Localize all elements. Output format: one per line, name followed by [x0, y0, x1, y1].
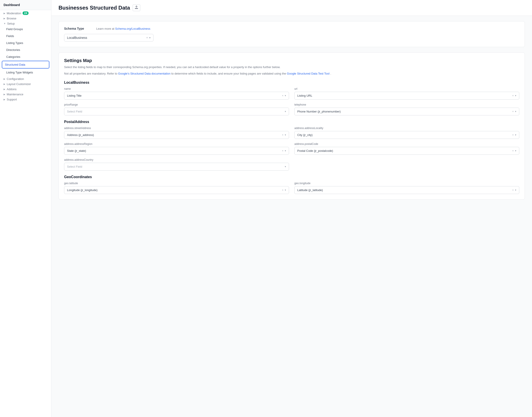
field-street-address-chevron: ▾	[285, 134, 286, 136]
page-header: Businesses Structured Data	[51, 0, 532, 16]
configuration-label: Configuration	[7, 77, 24, 81]
moderation-label: Moderation	[7, 12, 21, 15]
field-address-region: address.addressRegion State (jr_state) ×…	[64, 142, 289, 155]
field-street-address-clear[interactable]: ×	[282, 134, 283, 136]
geo-coordinates-fields: geo.latitude Longitude (jr_longitude) × …	[64, 182, 519, 194]
schema-type-card: Schema Type Learn more at Schema.org/Loc…	[59, 21, 525, 47]
field-name-chevron: ▾	[285, 94, 286, 97]
field-address-region-select[interactable]: State (jr_state) × ▾	[64, 147, 289, 155]
maintenance-label: Maintenance	[7, 93, 23, 96]
schema-type-clear[interactable]: ×	[146, 36, 148, 39]
field-name-label: name	[64, 87, 289, 90]
field-url-chevron: ▾	[515, 94, 516, 97]
field-street-address: address.streetAddress Address (jr_addres…	[64, 126, 289, 139]
field-url-label: url	[294, 87, 519, 90]
field-geo-latitude-select[interactable]: Longitude (jr_longitude) × ▾	[64, 186, 289, 194]
google-structured-data-link[interactable]: Google's Structured Data documentation	[118, 72, 170, 75]
field-url-clear[interactable]: ×	[512, 94, 514, 97]
sidebar-item-moderation[interactable]: Moderation 24	[0, 10, 51, 15]
moderation-badge: 24	[22, 11, 29, 15]
field-telephone-clear[interactable]: ×	[512, 110, 514, 113]
schema-type-row: Schema Type Learn more at Schema.org/Loc…	[64, 27, 519, 30]
field-geo-latitude: geo.latitude Longitude (jr_longitude) × …	[64, 182, 289, 194]
schema-org-link[interactable]: Schema.org/LocalBusiness	[115, 27, 150, 30]
field-telephone-chevron: ▾	[515, 110, 516, 113]
chevron-right-icon	[4, 12, 5, 14]
local-business-fields: name Listing Title × ▾ url Listing URL	[64, 87, 519, 115]
sidebar-item-maintenance[interactable]: Maintenance	[0, 91, 51, 96]
layout-customizer-label: Layout Customizer	[7, 82, 31, 86]
field-postal-code-label: address.postalCode	[294, 142, 519, 146]
field-address-country-chevron: ▾	[285, 165, 286, 168]
chevron-right-icon	[4, 83, 5, 85]
field-postal-code: address.postalCode Postal Code (jr_posta…	[294, 142, 519, 155]
sidebar-section-setup[interactable]: Setup	[0, 21, 51, 26]
field-telephone-select[interactable]: Phone Number (jr_phonenumber) × ▾	[294, 108, 519, 115]
field-price-range: priceRange Select Field ▾	[64, 103, 289, 115]
field-geo-longitude: geo.longitude Latitude (jr_latitude) × ▾	[294, 182, 519, 194]
field-url-select[interactable]: Listing URL × ▾	[294, 92, 519, 100]
field-name-select[interactable]: Listing Title × ▾	[64, 92, 289, 100]
sidebar-item-browse[interactable]: Browse	[0, 15, 51, 21]
sidebar-item-addons[interactable]: Addons	[0, 86, 51, 91]
export-icon	[135, 6, 138, 9]
field-postal-code-chevron: ▾	[515, 149, 516, 152]
schema-type-label: Schema Type	[64, 27, 91, 30]
field-address-locality-label: address.addressLocality	[294, 126, 519, 130]
field-name: name Listing Title × ▾	[64, 87, 289, 100]
schema-type-select[interactable]: LocalBusiness × ▾	[64, 34, 153, 42]
dashboard-label: Dashboard	[4, 3, 20, 7]
learn-more-text: Learn more at Schema.org/LocalBusiness	[96, 27, 150, 30]
schema-type-chevron: ▾	[149, 36, 150, 39]
postal-address-fields: address.streetAddress Address (jr_addres…	[64, 126, 519, 171]
field-geo-longitude-chevron: ▾	[515, 189, 516, 192]
main-content: Businesses Structured Data Schema Type L…	[51, 0, 532, 417]
field-geo-latitude-label: geo.latitude	[64, 182, 289, 185]
field-price-range-chevron: ▾	[285, 110, 286, 113]
field-address-region-clear[interactable]: ×	[282, 149, 283, 152]
chevron-right-icon	[4, 17, 5, 20]
sidebar-item-categories[interactable]: Categories	[0, 53, 51, 60]
geo-coordinates-group-title: GeoCoordinates	[64, 175, 519, 179]
chevron-right-icon	[4, 78, 5, 80]
field-address-locality-clear[interactable]: ×	[512, 134, 514, 136]
field-telephone-label: telephone	[294, 103, 519, 106]
field-geo-longitude-select[interactable]: Latitude (jr_latitude) × ▾	[294, 186, 519, 194]
sidebar-item-listing-type-widgets[interactable]: Listing Type Widgets	[0, 69, 51, 76]
field-address-country-select[interactable]: Select Field ▾	[64, 163, 289, 171]
field-postal-code-clear[interactable]: ×	[512, 149, 514, 152]
sidebar-item-support[interactable]: Support	[0, 96, 51, 102]
sidebar-item-structured-data[interactable]: Structured Data	[2, 61, 49, 69]
field-street-address-label: address.streetAddress	[64, 126, 289, 130]
postal-address-group-title: PostalAddress	[64, 120, 519, 124]
google-test-tool-link[interactable]: Google Structured Data Test Tool	[287, 72, 330, 75]
field-address-locality-select[interactable]: City (jr_city) × ▾	[294, 131, 519, 139]
field-address-locality-chevron: ▾	[515, 134, 516, 136]
field-address-country-label: address.addressCountry	[64, 158, 289, 161]
sidebar-item-layout-customizer[interactable]: Layout Customizer	[0, 81, 51, 86]
field-price-range-select[interactable]: Select Field ▾	[64, 108, 289, 115]
field-name-clear[interactable]: ×	[282, 94, 283, 97]
browse-label: Browse	[7, 17, 16, 20]
settings-map-desc2: Not all properties are mandatory. Refer …	[64, 72, 519, 76]
field-geo-longitude-label: geo.longitude	[294, 182, 519, 185]
sidebar-item-listing-types[interactable]: Listing Types	[0, 40, 51, 46]
export-button[interactable]	[133, 4, 140, 11]
field-price-range-label: priceRange	[64, 103, 289, 106]
sidebar-item-configuration[interactable]: Configuration	[0, 76, 51, 81]
field-geo-longitude-clear[interactable]: ×	[512, 189, 514, 191]
field-address-country: address.addressCountry Select Field ▾	[64, 158, 289, 171]
field-geo-latitude-clear[interactable]: ×	[282, 189, 283, 191]
field-street-address-select[interactable]: Address (jr_address) × ▾	[64, 131, 289, 139]
field-telephone: telephone Phone Number (jr_phonenumber) …	[294, 103, 519, 115]
page-title: Businesses Structured Data	[59, 5, 130, 11]
settings-map-title: Settings Map	[64, 58, 519, 63]
local-business-group-title: LocalBusiness	[64, 81, 519, 85]
sidebar-item-fields[interactable]: Fields	[0, 32, 51, 40]
field-postal-code-select[interactable]: Postal Code (jr_postalcode) × ▾	[294, 147, 519, 155]
field-address-region-chevron: ▾	[285, 149, 286, 152]
sidebar-item-dashboard[interactable]: Dashboard	[0, 0, 51, 10]
sidebar-item-directories[interactable]: Directories	[0, 46, 51, 53]
settings-map-desc1: Select the listing fields to map to thei…	[64, 65, 519, 70]
sidebar-item-field-groups[interactable]: Field Groups	[0, 26, 51, 32]
